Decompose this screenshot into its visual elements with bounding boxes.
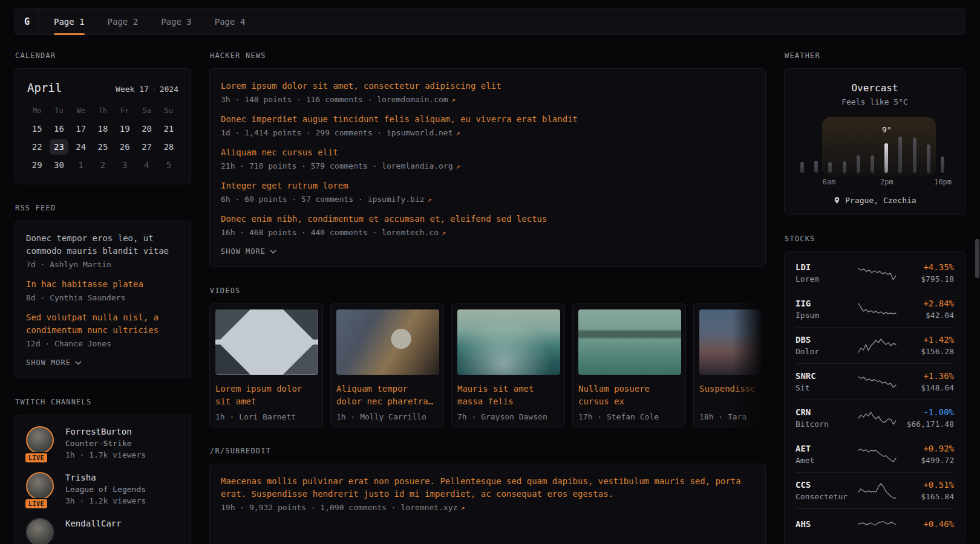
stock-row[interactable]: AHS +0.46%	[795, 508, 954, 542]
video-card[interactable]: Suspendisse diam 18h · Tara	[693, 303, 766, 427]
hackernews-item-domain[interactable]: loremlandia.org	[382, 161, 452, 170]
stock-ticker[interactable]: CRN	[795, 407, 857, 417]
twitch-widget: TWITCH CHANNELS LIVE ForrestBurton Count…	[15, 398, 191, 544]
stock-row[interactable]: DBS Dolor +1.42% $156.28	[795, 327, 954, 363]
subreddit-post-domain[interactable]: loremnet.xyz	[400, 503, 457, 512]
stock-row[interactable]: LDI Lorem +4.35% $795.18	[795, 255, 954, 291]
app-logo[interactable]: G	[15, 8, 39, 34]
stock-ticker[interactable]: SNRC	[795, 371, 857, 381]
video-thumbnail[interactable]	[699, 309, 766, 375]
rss-widget: RSS FEED Donec tempor eros leo, ut commo…	[15, 204, 191, 378]
calendar-header: April Week 17·2024	[26, 80, 180, 94]
twitch-channel-name[interactable]: KendallCarr	[65, 518, 122, 528]
rss-item: Donec tempor eros leo, ut commodo mauris…	[26, 232, 180, 269]
calendar-day-header: Su	[158, 106, 180, 118]
hackernews-item-domain[interactable]: loremtech.co	[382, 228, 439, 237]
video-card[interactable]: Mauris sit amet massa felis 7h · Grayson…	[451, 303, 565, 427]
rss-show-more-button[interactable]: SHOW MORE	[26, 358, 180, 367]
video-meta: 1h · Lori Barnett	[215, 412, 317, 421]
weather-bar	[913, 138, 916, 173]
calendar-day: 4	[137, 157, 156, 173]
stock-name: Sit	[795, 383, 857, 392]
external-link-icon: ↗	[460, 504, 465, 512]
twitch-channel-row[interactable]: LIVE ForrestBurton Counter-Strike 1h · 1…	[26, 426, 180, 459]
video-title[interactable]: Suspendisse diam	[699, 383, 766, 408]
hackernews-item-title[interactable]: Integer eget rutrum lorem	[221, 180, 754, 192]
hackernews-item-title[interactable]: Aliquam nec cursus elit	[221, 146, 754, 159]
avatar-image	[26, 472, 54, 500]
weather-hour-labels: 6am 2pm 10pm	[800, 178, 944, 187]
twitch-channel-name[interactable]: ForrestBurton	[65, 426, 146, 436]
stock-ticker[interactable]: CCS	[795, 480, 857, 490]
twitch-channel-name[interactable]: Trisha	[65, 472, 146, 482]
weather-bar	[828, 162, 832, 173]
twitch-channel-info: Trisha League of Legends 3h · 1.2k viewe…	[65, 472, 146, 505]
nav-tab-page-2[interactable]: Page 2	[108, 8, 139, 34]
stock-values: +1.36% $148.64	[897, 371, 954, 392]
video-thumbnail[interactable]	[457, 309, 560, 375]
stock-ticker[interactable]: LDI	[795, 262, 857, 272]
stock-ticker[interactable]: IIG	[795, 299, 857, 308]
hackernews-card: Lorem ipsum dolor sit amet, consectetur …	[209, 68, 766, 267]
rss-item-title[interactable]: Sed volutpat nulla nisl, a condimentum n…	[26, 311, 180, 337]
stock-row[interactable]: CCS Consectetur +0.51% $165.84	[795, 472, 954, 508]
current-temp-label: 9°	[882, 125, 892, 134]
nav-tab-page-1[interactable]: Page 1	[54, 8, 85, 34]
stock-row[interactable]: SNRC Sit +1.36% $148.64	[795, 363, 954, 400]
stock-sparkline	[857, 482, 897, 500]
hackernews-item-title[interactable]: Donec enim nibh, condimentum et accumsan…	[221, 213, 754, 225]
video-card[interactable]: Nullam posuere cursus ex 17h · Stefan Co…	[572, 303, 686, 427]
calendar-grid: Mo Tu We Th Fr Sa Su 15 16 17 18 19 20 2…	[26, 106, 180, 173]
stock-row[interactable]: IIG Ipsum +2.84% $42.04	[795, 291, 954, 327]
twitch-channel-game: League of Legends	[65, 485, 146, 494]
rss-item-title[interactable]: In hac habitasse platea	[26, 278, 180, 291]
hackernews-section-title: HACKER NEWS	[210, 51, 766, 60]
video-card[interactable]: Aliquam tempor dolor nec pharetra… 1h · …	[330, 303, 444, 427]
video-title[interactable]: Mauris sit amet massa felis	[457, 383, 559, 408]
stock-values: +1.42% $156.28	[897, 335, 954, 356]
hackernews-item-title[interactable]: Donec imperdiet augue tincidunt felis al…	[221, 113, 754, 126]
nav-tab-page-4[interactable]: Page 4	[215, 8, 246, 34]
weather-feels-like: Feels like 5°C	[795, 97, 954, 106]
video-thumbnail[interactable]	[578, 309, 681, 375]
subreddit-post-title[interactable]: Maecenas mollis pulvinar erat non posuer…	[221, 475, 754, 500]
stock-row[interactable]: CRN Bitcorn -1.00% $66,171.48	[795, 400, 954, 436]
stock-price: $156.28	[897, 347, 954, 356]
page-scrollbar-thumb[interactable]	[975, 239, 979, 278]
hackernews-item-title[interactable]: Lorem ipsum dolor sit amet, consectetur …	[221, 80, 754, 92]
video-meta: 1h · Molly Carrillo	[336, 412, 438, 421]
stock-ticker[interactable]: DBS	[795, 335, 857, 345]
twitch-channel-row[interactable]: LIVE Trisha League of Legends 3h · 1.2k …	[26, 472, 180, 505]
nav-tab-page-3[interactable]: Page 3	[161, 8, 192, 34]
stocks-card: LDI Lorem +4.35% $795.18 IIG Ipsum	[784, 251, 965, 544]
calendar-day: 19	[116, 121, 134, 137]
video-title[interactable]: Nullam posuere cursus ex	[578, 383, 680, 408]
hackernews-show-more-button[interactable]: SHOW MORE	[221, 247, 754, 256]
stock-id: LDI Lorem	[795, 262, 857, 283]
video-thumbnail[interactable]	[336, 309, 439, 375]
video-thumbnail[interactable]	[215, 309, 318, 375]
nav-tabs: Page 1 Page 2 Page 3 Page 4	[54, 8, 245, 34]
twitch-channel-row[interactable]: LIVE KendallCarr	[26, 518, 180, 544]
weather-location: Prague, Czechia	[795, 196, 954, 205]
stock-price: $499.72	[897, 456, 954, 465]
stock-ticker[interactable]: AHS	[795, 519, 857, 529]
rss-item-title[interactable]: Donec tempor eros leo, ut commodo mauris…	[26, 232, 180, 257]
stock-id: SNRC Sit	[795, 371, 857, 392]
hackernews-item: Aliquam nec cursus elit 21h · 710 points…	[221, 146, 754, 170]
videos-section-title: VIDEOS	[210, 287, 766, 295]
hackernews-item-domain[interactable]: ipsumworld.net	[387, 128, 453, 137]
rss-item-meta: 12d · Chance Jones	[26, 339, 180, 348]
calendar-section-title: CALENDAR	[15, 51, 191, 60]
stock-ticker[interactable]: AET	[795, 444, 857, 453]
stock-price: $795.18	[897, 274, 954, 283]
video-card[interactable]: Lorem ipsum dolor sit amet consectetu… 1…	[209, 303, 323, 427]
video-title[interactable]: Aliquam tempor dolor nec pharetra…	[336, 383, 438, 408]
live-badge: LIVE	[24, 452, 48, 464]
hackernews-item-domain[interactable]: loremdomain.com	[377, 95, 448, 104]
meta-text: 16h · 468 points · 440 comments ·	[221, 228, 377, 237]
video-title[interactable]: Lorem ipsum dolor sit amet consectetu…	[215, 383, 317, 408]
hackernews-item-domain[interactable]: ipsumify.biz	[368, 195, 425, 204]
stock-row[interactable]: AET Amet +0.92% $499.72	[795, 436, 954, 472]
stock-id: IIG Ipsum	[795, 299, 857, 320]
